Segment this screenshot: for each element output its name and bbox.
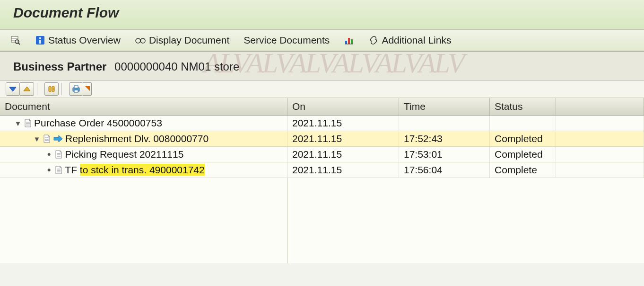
svg-rect-11	[345, 41, 347, 44]
table-search-icon	[10, 35, 21, 45]
svg-point-9	[140, 38, 145, 43]
expand-all-button[interactable]	[6, 82, 20, 96]
col-time[interactable]: Time	[399, 98, 490, 115]
chart-icon-button[interactable]	[342, 34, 356, 46]
svg-rect-7	[39, 40, 41, 44]
cell-on: 2021.11.15	[287, 116, 399, 131]
print-dropdown-button[interactable]	[83, 82, 92, 96]
table-row[interactable]: ▼ Replenishment Dlv. 0080000770 2021.11.…	[0, 131, 644, 147]
cell-on: 2021.11.15	[287, 147, 399, 162]
doc-label: Replenishment Dlv. 0080000770	[65, 133, 209, 144]
cell-status: Completed	[490, 131, 556, 146]
cell-status: Completed	[490, 147, 556, 162]
expand-toggle-icon[interactable]: ▼	[33, 135, 41, 143]
bullet-icon: •	[45, 149, 52, 160]
document-icon	[54, 150, 63, 159]
business-partner-bar: ALVALVALVALVALVALV Business Partner 0000…	[0, 52, 644, 80]
display-document-label: Display Document	[149, 35, 229, 46]
doc-label: TF to stck in trans. 4900001742	[65, 164, 204, 176]
collapse-all-button[interactable]	[20, 82, 34, 96]
grid-body: ▼ Purchase Order 4500000753 2021.11.15 ▼…	[0, 116, 644, 178]
svg-rect-22	[74, 86, 78, 88]
svg-rect-0	[11, 36, 18, 42]
svg-rect-13	[351, 39, 353, 44]
detail-icon-button[interactable]	[9, 34, 23, 46]
link-icon	[368, 35, 379, 45]
table-row[interactable]: ▼ Purchase Order 4500000753 2021.11.15	[0, 116, 644, 131]
info-icon	[35, 35, 45, 45]
page-title: Document Flow	[0, 0, 644, 30]
bar-chart-icon	[344, 35, 354, 45]
svg-marker-24	[85, 86, 90, 91]
table-row[interactable]: • TF to stck in trans. 4900001742 2021.1…	[0, 162, 644, 178]
empty-area	[0, 178, 644, 263]
col-on[interactable]: On	[287, 98, 399, 115]
display-document-button[interactable]: Display Document	[133, 34, 231, 47]
svg-marker-16	[24, 87, 30, 91]
doc-label: Purchase Order 4500000753	[34, 117, 162, 129]
table-row[interactable]: • Picking Request 20211115 2021.11.15 17…	[0, 147, 644, 162]
additional-links-button[interactable]: Additional Links	[366, 34, 453, 47]
business-partner-value: 0000000040 NM01 store	[114, 60, 239, 73]
col-status[interactable]: Status	[490, 98, 556, 115]
service-documents-button[interactable]: Service Documents	[242, 34, 331, 47]
bullet-icon: •	[45, 164, 52, 176]
cell-status: Complete	[490, 162, 556, 178]
document-icon	[54, 165, 63, 175]
svg-point-8	[136, 38, 140, 43]
grid-header: Document On Time Status	[0, 98, 644, 116]
service-documents-label: Service Documents	[244, 35, 330, 46]
doc-label: Picking Request 20211115	[65, 149, 183, 160]
cell-time: 17:53:01	[399, 147, 490, 162]
svg-rect-6	[39, 37, 41, 39]
svg-marker-15	[9, 87, 16, 91]
print-button[interactable]	[69, 82, 83, 96]
main-toolbar: Status Overview Display Document Service…	[0, 30, 644, 52]
expand-toggle-icon[interactable]: ▼	[14, 119, 22, 127]
document-icon	[24, 118, 32, 128]
svg-rect-12	[348, 38, 350, 44]
cell-status	[490, 116, 556, 131]
status-overview-button[interactable]: Status Overview	[33, 34, 122, 47]
cell-time	[399, 116, 490, 131]
svg-rect-23	[74, 90, 78, 92]
business-partner-label: Business Partner	[13, 60, 106, 73]
glasses-icon	[135, 35, 146, 45]
status-overview-label: Status Overview	[48, 35, 121, 46]
additional-links-label: Additional Links	[382, 35, 451, 46]
arrow-right-icon	[53, 134, 63, 143]
document-icon	[43, 134, 51, 143]
tree-toolbar	[0, 80, 644, 98]
cell-on: 2021.11.15	[287, 162, 399, 178]
svg-line-4	[18, 43, 20, 45]
find-button[interactable]	[44, 82, 59, 96]
cell-time: 17:56:04	[399, 162, 490, 178]
cell-on: 2021.11.15	[287, 131, 399, 146]
cell-time: 17:52:43	[399, 131, 490, 146]
col-document[interactable]: Document	[0, 98, 287, 115]
